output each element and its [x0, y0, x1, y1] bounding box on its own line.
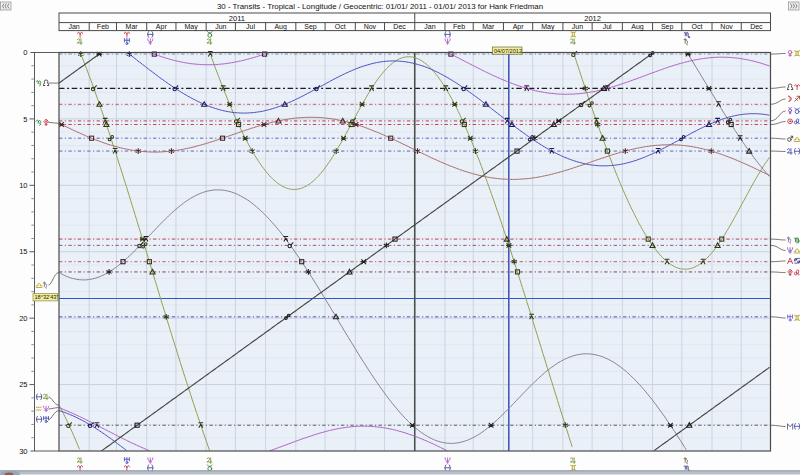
svg-text:25: 25 [19, 380, 27, 389]
svg-text:Jul: Jul [246, 23, 255, 30]
svg-text:Jun: Jun [215, 23, 226, 30]
svg-text:Mar: Mar [482, 23, 495, 30]
svg-text:Jun: Jun [572, 23, 583, 30]
svg-text:5: 5 [23, 115, 27, 124]
svg-text:10: 10 [19, 181, 27, 190]
svg-text:Dec: Dec [750, 23, 763, 30]
svg-text:Sep: Sep [304, 23, 317, 31]
svg-text:May: May [541, 23, 555, 31]
svg-text:Nov: Nov [720, 23, 733, 30]
svg-text:Jan: Jan [424, 23, 435, 30]
svg-text:30 - Transits - Tropical - Lon: 30 - Transits - Tropical - Longitude / G… [217, 2, 543, 11]
svg-text:Mar: Mar [126, 23, 139, 30]
svg-text:2012: 2012 [584, 14, 601, 23]
svg-text:Jul: Jul [603, 23, 612, 30]
svg-text:Feb: Feb [97, 23, 109, 30]
svg-text:2011: 2011 [229, 14, 245, 23]
svg-text:Dec: Dec [393, 23, 406, 30]
svg-text:Apr: Apr [513, 23, 525, 31]
svg-text:May: May [184, 23, 198, 31]
svg-text:Sep: Sep [661, 23, 674, 31]
svg-text:Apr: Apr [156, 23, 168, 31]
svg-text:30: 30 [19, 447, 27, 456]
svg-text:Nov: Nov [364, 23, 377, 30]
svg-text:Oct: Oct [335, 23, 346, 30]
svg-text:Aug: Aug [274, 23, 287, 31]
svg-text:Oct: Oct [691, 23, 702, 30]
svg-text:18°32'43": 18°32'43" [35, 294, 59, 300]
svg-text:0: 0 [23, 48, 27, 57]
svg-text:20: 20 [19, 314, 27, 323]
svg-text:04/07/2012: 04/07/2012 [494, 48, 522, 54]
svg-text:Aug: Aug [631, 23, 644, 31]
svg-text:Jan: Jan [68, 23, 79, 30]
svg-text:Feb: Feb [453, 23, 465, 30]
svg-text:15: 15 [19, 247, 27, 256]
